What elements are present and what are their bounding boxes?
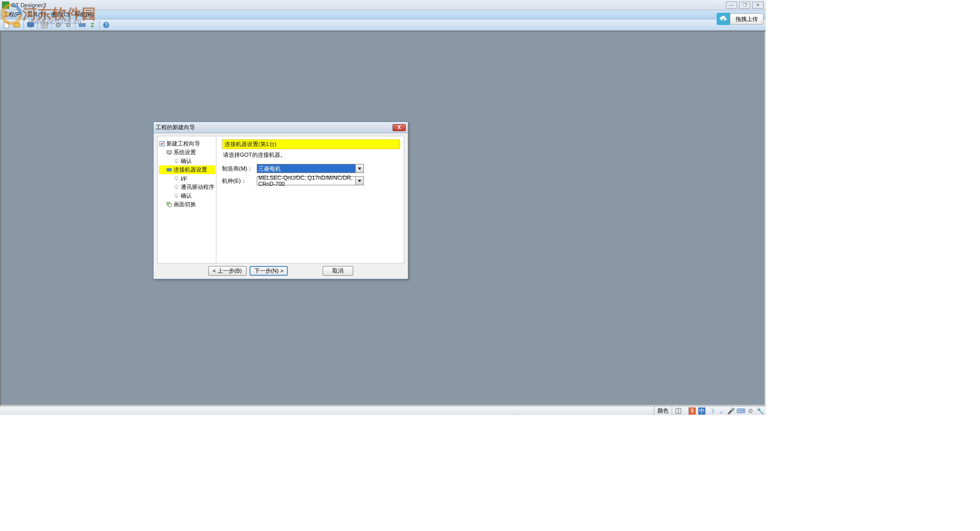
wizard-tree: 新建工程向导 系统设置 确认 连接机器设置 I/F 通讯驱动程序: [158, 136, 216, 263]
next-button[interactable]: 下一步(N) >: [250, 266, 288, 276]
system-icon: [166, 150, 172, 156]
bulb-icon: [173, 176, 179, 182]
tray-keyboard-icon[interactable]: ⌨: [737, 407, 744, 415]
upload-cloud-icon: [717, 13, 730, 25]
tray-comma-icon[interactable]: ，: [718, 407, 725, 415]
svg-rect-18: [168, 154, 170, 155]
svg-point-19: [175, 159, 178, 162]
svg-rect-26: [176, 188, 177, 189]
menu-bar: 工程(P) 工具(T) 通讯(C) 帮助(H): [0, 10, 766, 19]
manufacturer-label: 制造商(M)：: [222, 165, 257, 173]
window-controls: — ❐ ✕: [726, 2, 764, 9]
tree-driver[interactable]: 通讯驱动程序: [159, 183, 215, 191]
tree-system-confirm[interactable]: 确认: [159, 157, 215, 165]
svg-rect-3: [30, 27, 32, 28]
tray-tool-icon[interactable]: 🔧: [756, 407, 764, 415]
tray-mic-icon[interactable]: 🎤: [727, 407, 734, 415]
tray-lang-icon[interactable]: 中: [698, 407, 705, 415]
connection-icon: [166, 167, 172, 173]
svg-point-27: [175, 194, 178, 197]
tree-system-settings[interactable]: 系统设置: [159, 148, 215, 157]
switch-icon: [166, 202, 172, 208]
svg-point-23: [175, 177, 178, 180]
minimize-button[interactable]: —: [726, 2, 737, 9]
tree-root[interactable]: 新建工程向导: [159, 139, 215, 148]
watermark-overlay: 河东软件园 www.pc0359.cn: [0, 3, 96, 26]
window-titlebar: GT Designer3 — ❐ ✕: [0, 0, 766, 10]
cancel-button[interactable]: 取消: [323, 266, 353, 276]
svg-point-25: [175, 185, 178, 188]
maximize-button[interactable]: ❐: [739, 2, 750, 9]
tray-moon-icon[interactable]: ☽: [708, 407, 715, 415]
tree-connection-settings[interactable]: 连接机器设置: [159, 165, 215, 174]
toolbar-help-icon[interactable]: ?: [102, 20, 111, 30]
svg-rect-17: [167, 151, 172, 154]
status-color-label: 颜色: [654, 406, 672, 415]
type-label: 机种(E)：: [222, 177, 257, 185]
back-button[interactable]: < 上一步(B): [208, 266, 247, 276]
tree-connection-confirm[interactable]: 确认: [159, 191, 215, 200]
section-heading: 连接机器设置(第1台): [222, 139, 400, 149]
type-value: MELSEC-QnU/DC, Q17nD/M/NC/DR, CRnD-700: [258, 175, 362, 187]
watermark-logo-icon: [0, 3, 22, 26]
svg-rect-30: [168, 204, 172, 207]
status-bar: 颜色 S 中 ☽ ， 🎤 ⌨ ⚙ 🔧: [0, 406, 766, 415]
watermark-url: www.pc0359.cn: [29, 17, 82, 26]
dialog-close-button[interactable]: X: [393, 124, 406, 131]
dialog-title: 工程的新建向导: [156, 124, 195, 131]
bulb-icon: [173, 193, 179, 199]
system-tray: S 中 ☽ ， 🎤 ⌨ ⚙ 🔧: [689, 407, 764, 415]
wizard-content: 连接机器设置(第1台) 请选择GOT的连接机器。 制造商(M)： 三菱电机 机种…: [218, 136, 404, 263]
wizard-icon: [159, 141, 165, 147]
svg-rect-6: [41, 26, 44, 28]
upload-label: 拖拽上传: [730, 13, 764, 25]
tray-ime-icon[interactable]: S: [689, 407, 696, 415]
chevron-down-icon: [355, 164, 363, 173]
upload-button[interactable]: 拖拽上传: [717, 12, 764, 26]
svg-rect-24: [176, 179, 177, 180]
wizard-dialog: 工程的新建向导 X 新建工程向导 系统设置 确认 连接机器设置 I/F: [153, 122, 408, 279]
svg-rect-22: [169, 168, 172, 171]
toolbar: ?: [0, 19, 766, 31]
svg-rect-21: [167, 168, 169, 171]
status-layout-icon[interactable]: [672, 406, 684, 415]
section-description: 请选择GOT的连接机器。: [222, 149, 400, 164]
dialog-titlebar: 工程的新建向导 X: [154, 122, 408, 133]
bulb-icon: [173, 184, 179, 190]
svg-text:?: ?: [105, 22, 108, 28]
manufacturer-select[interactable]: 三菱电机: [257, 164, 364, 173]
type-select[interactable]: MELSEC-QnU/DC, Q17nD/M/NC/DR, CRnD-700: [257, 176, 364, 185]
tree-screen-switch[interactable]: 画面切换: [159, 200, 215, 209]
tree-if[interactable]: I/F: [159, 174, 215, 183]
chevron-down-icon: [355, 177, 363, 185]
svg-rect-20: [176, 162, 177, 163]
manufacturer-value: 三菱电机: [258, 165, 281, 173]
svg-rect-7: [45, 26, 47, 28]
bulb-icon: [173, 158, 179, 164]
close-button[interactable]: ✕: [752, 2, 764, 9]
svg-rect-28: [176, 197, 177, 198]
tray-settings-icon[interactable]: ⚙: [747, 407, 754, 415]
